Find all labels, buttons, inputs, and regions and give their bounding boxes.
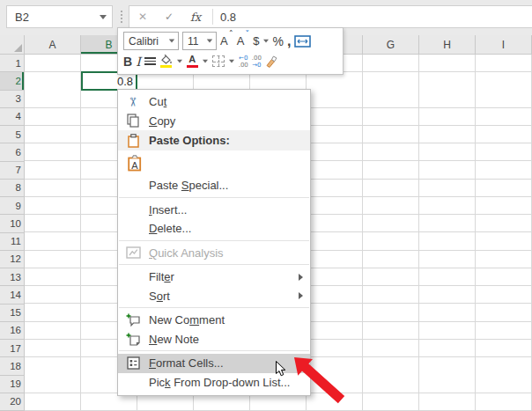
dollar-icon: $	[253, 34, 259, 48]
formula-bar[interactable]: ✕ ✓ fx 0.8	[129, 5, 532, 28]
increase-decimal-icon[interactable]: ←0 .00	[239, 55, 248, 69]
bold-icon[interactable]: B	[123, 55, 132, 69]
row-header[interactable]: 1	[0, 55, 25, 72]
mini-toolbar-row-1: Calibri 11 A ˆ A ˇ $ % ,	[123, 31, 337, 51]
format-painter-icon[interactable]	[265, 55, 277, 68]
menu-item-filter[interactable]: Filter	[118, 268, 310, 287]
cancel-icon[interactable]: ✕	[129, 11, 156, 23]
new-note-icon	[124, 333, 142, 346]
column-header[interactable]: G	[363, 35, 419, 55]
font-size-combo[interactable]: 11	[182, 32, 217, 50]
row-header[interactable]: 10	[0, 215, 25, 232]
row-header[interactable]: 16	[0, 322, 25, 340]
row-header[interactable]: 5	[0, 126, 25, 143]
column-header[interactable]: A	[25, 35, 81, 55]
enter-icon[interactable]: ✓	[156, 11, 182, 23]
row-header[interactable]: 13	[0, 268, 25, 286]
divider	[212, 9, 213, 25]
menu-item-paste-special[interactable]: Paste Special...	[118, 176, 310, 195]
row-header[interactable]: 20	[0, 393, 25, 411]
row-header[interactable]: 9	[0, 197, 25, 215]
cell-value: 0.8	[117, 75, 133, 88]
menu-separator	[119, 240, 309, 241]
paste-keep-formatting-icon[interactable]: A	[126, 155, 144, 172]
row-header[interactable]: 6	[0, 143, 25, 161]
new-comment-icon	[124, 313, 142, 327]
menu-item-paste-options: Paste Options:	[118, 130, 310, 150]
menu-separator	[119, 307, 309, 308]
menu-item-quick-analysis[interactable]: Quick Analysis	[118, 244, 310, 263]
name-box[interactable]: B2	[6, 5, 113, 28]
row-header[interactable]: 4	[0, 108, 25, 126]
row-header[interactable]: 19	[0, 376, 25, 393]
accounting-format-button[interactable]: $	[253, 34, 269, 48]
excel-window: B2 ✕ ✓ fx 0.8 ABCDEFGHI 1234567891011121…	[0, 0, 532, 411]
insert-function-icon[interactable]: fx	[182, 11, 209, 24]
menu-separator	[119, 264, 309, 265]
chevron-down-icon[interactable]	[229, 60, 234, 63]
menu-separator	[119, 350, 309, 351]
font-name-value: Calibri	[129, 35, 159, 48]
row-header[interactable]: 15	[0, 305, 25, 322]
borders-icon[interactable]	[212, 55, 225, 67]
name-box-value: B2	[15, 11, 100, 24]
row-header[interactable]: 7	[0, 162, 25, 180]
font-color-icon[interactable]: A	[187, 55, 198, 68]
align-center-icon[interactable]	[144, 57, 156, 65]
menu-item-new-comment[interactable]: New Comment	[118, 311, 310, 330]
menu-item-copy[interactable]: Copy	[118, 112, 310, 131]
percent-style-icon[interactable]: %	[273, 34, 284, 48]
menu-separator	[119, 197, 309, 198]
paste-options-row: A	[118, 150, 310, 176]
copy-icon	[124, 114, 142, 128]
italic-icon[interactable]: I	[136, 55, 141, 69]
menu-item-insert[interactable]: Insert...	[118, 201, 310, 220]
row-header[interactable]: 18	[0, 357, 25, 375]
row-header[interactable]: 3	[0, 91, 25, 108]
menu-item-cut[interactable]: ✂ Cut	[118, 92, 310, 112]
chevron-down-icon[interactable]	[177, 60, 182, 63]
context-menu: ✂ Cut Copy Paste Options:	[117, 89, 311, 396]
fill-color-icon[interactable]	[159, 55, 173, 68]
select-all-corner[interactable]	[0, 35, 25, 55]
scissors-icon: ✂	[124, 95, 142, 109]
decrease-font-size-icon[interactable]: A ˇ	[237, 34, 250, 48]
name-box-dropdown-icon[interactable]	[100, 15, 107, 19]
mini-toolbar: Calibri 11 A ˆ A ˇ $ % ,	[117, 27, 344, 75]
format-cells-icon	[124, 356, 142, 370]
row-header[interactable]: 2	[0, 72, 25, 90]
row-header[interactable]: 12	[0, 251, 25, 268]
chevron-down-icon[interactable]	[263, 40, 269, 43]
column-header[interactable]: I	[476, 35, 532, 55]
menu-item-delete[interactable]: Delete...	[118, 219, 310, 239]
svg-text:A: A	[131, 160, 138, 171]
font-name-combo[interactable]: Calibri	[123, 32, 179, 50]
mini-toolbar-row-2: B I A ←0 .00	[123, 51, 337, 71]
row-headers: 1234567891011121314151617181920	[0, 55, 25, 411]
menu-item-new-note[interactable]: New Note	[118, 330, 310, 349]
merge-center-icon[interactable]	[294, 35, 311, 48]
row-header[interactable]: 14	[0, 286, 25, 304]
submenu-arrow-icon	[299, 292, 303, 299]
menu-item-pick-from-dropdown[interactable]: Pick From Drop-down List...	[118, 373, 310, 393]
submenu-arrow-icon	[299, 274, 303, 281]
row-header[interactable]: 11	[0, 233, 25, 251]
row-header[interactable]: 17	[0, 340, 25, 357]
menu-item-sort[interactable]: Sort	[118, 287, 310, 306]
chevron-down-icon[interactable]	[207, 40, 212, 43]
formula-bar-value[interactable]: 0.8	[217, 11, 236, 24]
row-header[interactable]: 8	[0, 180, 25, 197]
chevron-down-icon[interactable]	[169, 40, 174, 43]
column-header[interactable]: H	[419, 35, 476, 55]
clipboard-icon	[124, 134, 142, 148]
formula-bar-grip[interactable]	[121, 11, 122, 23]
comma-style-icon[interactable]: ,	[287, 33, 291, 49]
increase-font-size-icon[interactable]: A ˆ	[220, 34, 233, 48]
chevron-down-icon[interactable]	[203, 60, 208, 63]
menu-item-format-cells[interactable]: Format Cells...	[118, 354, 310, 373]
decrease-decimal-icon[interactable]: .00 →0	[252, 55, 262, 69]
font-size-value: 11	[188, 35, 198, 48]
quick-analysis-icon	[124, 246, 142, 259]
